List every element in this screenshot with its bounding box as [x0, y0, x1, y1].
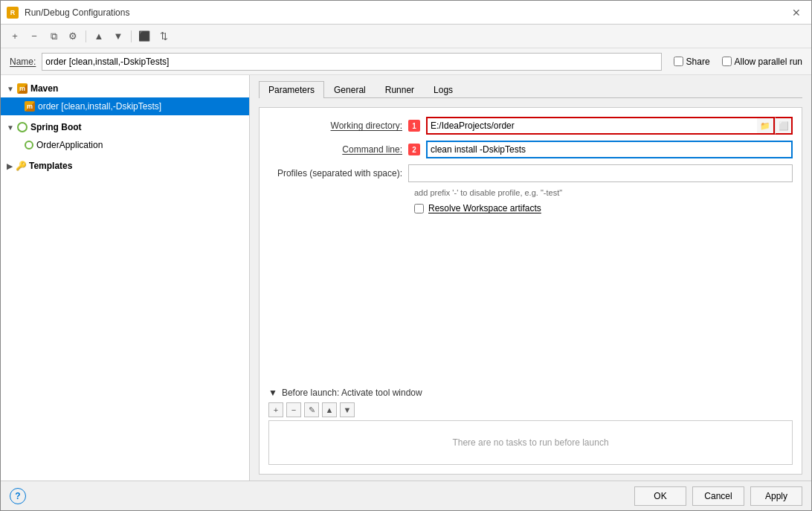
profiles-input[interactable]	[408, 164, 793, 182]
before-launch-remove-button[interactable]: −	[286, 402, 301, 417]
help-button[interactable]: ?	[10, 488, 26, 504]
remove-config-button[interactable]: −	[26, 28, 42, 45]
form-spacer	[268, 219, 793, 376]
before-launch-empty-message: There are no tasks to run before launch	[452, 437, 608, 448]
bottom-bar: ? OK Cancel Apply	[1, 481, 811, 510]
run-debug-configurations-dialog: R Run/Debug Configurations ✕ + − ⧉ ⚙ ▲ ▼…	[0, 0, 812, 511]
name-row: Name: Share Allow parallel run	[1, 48, 811, 75]
move-down-button[interactable]: ▼	[110, 28, 126, 45]
working-directory-variable-button[interactable]: ⬜	[775, 117, 793, 135]
order-application-label: OrderApplication	[36, 140, 103, 150]
share-checkbox-container: Share	[674, 57, 710, 67]
profiles-row: Profiles (separated with space):	[268, 164, 793, 182]
ok-button[interactable]: OK	[634, 486, 686, 506]
profiles-label: Profiles (separated with space):	[268, 168, 402, 179]
tab-logs[interactable]: Logs	[424, 81, 463, 98]
command-line-row: Command line: 2	[268, 141, 793, 158]
close-button[interactable]: ✕	[787, 4, 805, 22]
share-label: Share	[686, 57, 710, 67]
before-launch-section: ▼ Before launch: Activate tool window + …	[268, 388, 793, 465]
working-directory-input[interactable]	[426, 117, 757, 135]
maven-group-header[interactable]: ▼ m Maven	[1, 80, 249, 97]
spring-icon	[17, 122, 28, 132]
allow-parallel-container: Allow parallel run	[722, 57, 802, 67]
name-label: Name:	[10, 57, 36, 67]
allow-parallel-label: Allow parallel run	[735, 57, 802, 67]
templates-group-header[interactable]: ▶ 🔑 Templates	[1, 157, 249, 175]
tab-parameters[interactable]: Parameters	[259, 81, 324, 98]
dialog-buttons: OK Cancel Apply	[634, 486, 802, 506]
resolve-artifacts-label: Resolve Workspace artifacts	[428, 203, 541, 213]
maven-group: ▼ m Maven m order [clean,install,-DskipT…	[1, 78, 249, 117]
allow-parallel-checkbox[interactable]	[722, 57, 732, 66]
toolbar: + − ⧉ ⚙ ▲ ▼ ⬛ ⇅	[1, 25, 811, 48]
before-launch-add-button[interactable]: +	[268, 402, 283, 417]
share-checkbox[interactable]	[674, 57, 683, 66]
sidebar: ▼ m Maven m order [clean,install,-DskipT…	[1, 75, 250, 481]
parameters-form: Working directory: 1 📁 ⬜ Command line: 2	[259, 107, 802, 475]
spring-boot-group: ▼ Spring Boot OrderApplication	[1, 117, 249, 155]
before-launch-header: ▼ Before launch: Activate tool window	[268, 388, 793, 398]
before-launch-toolbar: + − ✎ ▲ ▼	[268, 402, 793, 417]
name-input[interactable]	[42, 53, 661, 71]
app-icon: R	[7, 7, 19, 19]
content-area: ▼ m Maven m order [clean,install,-DskipT…	[1, 75, 811, 481]
before-launch-content: There are no tasks to run before launch	[268, 420, 793, 465]
command-line-input[interactable]	[426, 141, 793, 158]
templates-chevron: ▶	[7, 162, 13, 170]
maven-group-label: Maven	[30, 83, 58, 94]
before-launch-label: Before launch: Activate tool window	[282, 388, 422, 398]
working-directory-row: Working directory: 1 📁 ⬜	[268, 117, 793, 135]
command-line-number: 2	[408, 144, 420, 155]
resolve-artifacts-checkbox[interactable]	[414, 204, 424, 213]
toolbar-separator	[86, 30, 86, 42]
templates-group: ▶ 🔑 Templates	[1, 155, 249, 176]
working-directory-folder-button[interactable]: 📁	[757, 117, 775, 135]
templates-group-label: Templates	[29, 161, 72, 171]
copy-config-button[interactable]: ⧉	[45, 28, 62, 45]
apply-button[interactable]: Apply	[750, 486, 802, 506]
maven-chevron: ▼	[7, 85, 14, 93]
toolbar-separator-2	[131, 30, 132, 42]
tab-general[interactable]: General	[324, 81, 376, 98]
before-launch-up-button[interactable]: ▲	[322, 402, 337, 417]
dialog-title: Run/Debug Configurations	[25, 7, 782, 18]
add-config-button[interactable]: +	[7, 28, 23, 45]
order-app-icon	[25, 141, 33, 150]
move-up-button[interactable]: ▲	[91, 28, 107, 45]
filter-button[interactable]: ⬛	[136, 28, 152, 45]
maven-item-icon: m	[25, 101, 35, 112]
command-line-label: Command line:	[268, 144, 402, 155]
spring-boot-group-label: Spring Boot	[30, 122, 82, 132]
tab-bar: Parameters General Runner Logs	[259, 81, 802, 98]
resolve-artifacts-row: Resolve Workspace artifacts	[268, 203, 793, 213]
before-launch-chevron: ▼	[268, 388, 277, 398]
title-bar: R Run/Debug Configurations ✕	[1, 1, 811, 25]
maven-config-label: order [clean,install,-DskipTests]	[38, 101, 161, 112]
settings-button[interactable]: ⚙	[65, 28, 81, 45]
profiles-hint: add prefix '-' to disable profile, e.g. …	[268, 188, 793, 197]
working-directory-label: Working directory:	[268, 120, 402, 131]
templates-icon: 🔑	[16, 161, 26, 171]
before-launch-down-button[interactable]: ▼	[340, 402, 355, 417]
cancel-button[interactable]: Cancel	[692, 486, 744, 506]
working-directory-input-group: 📁 ⬜	[426, 117, 793, 135]
maven-config-item[interactable]: m order [clean,install,-DskipTests]	[1, 97, 249, 115]
spring-boot-group-header[interactable]: ▼ Spring Boot	[1, 118, 249, 136]
working-directory-number: 1	[408, 120, 420, 132]
spring-chevron: ▼	[7, 123, 14, 132]
sort-button[interactable]: ⇅	[155, 28, 172, 45]
order-application-item[interactable]: OrderApplication	[1, 136, 249, 154]
maven-icon: m	[17, 83, 28, 94]
before-launch-edit-button[interactable]: ✎	[304, 402, 319, 417]
main-panel: Parameters General Runner Logs Working d…	[250, 75, 811, 481]
tab-runner[interactable]: Runner	[376, 81, 424, 98]
